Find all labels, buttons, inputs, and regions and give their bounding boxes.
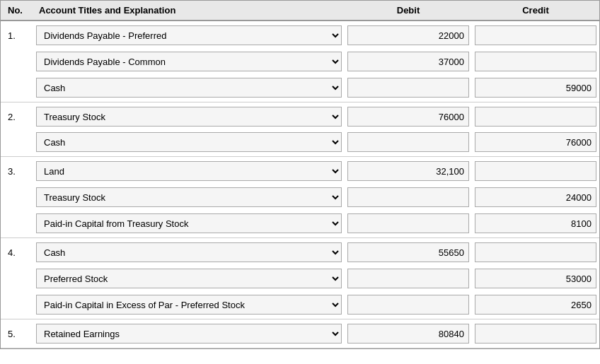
- credit-input[interactable]: [475, 269, 596, 288]
- debit-cell: [345, 107, 472, 127]
- credit-input[interactable]: [475, 242, 596, 262]
- credit-input[interactable]: [475, 161, 596, 181]
- account-select[interactable]: Land: [36, 161, 342, 181]
- table-row: 3.Land: [1, 157, 599, 184]
- account-cell: Treasury Stock: [36, 187, 345, 207]
- credit-input[interactable]: [475, 213, 596, 233]
- account-select[interactable]: Dividends Payable - Common: [36, 52, 342, 71]
- debit-input[interactable]: [347, 78, 469, 98]
- debit-input[interactable]: [347, 187, 469, 207]
- debit-input[interactable]: [347, 269, 469, 288]
- account-select[interactable]: Retained Earnings: [36, 324, 342, 344]
- debit-cell: [345, 242, 472, 262]
- credit-cell: [472, 269, 599, 288]
- header-debit: Debit: [345, 5, 472, 16]
- debit-cell: [345, 161, 472, 181]
- account-cell: Paid-in Capital in Excess of Par - Prefe…: [36, 295, 345, 315]
- entry-group-5: 5.Retained Earnings: [1, 319, 599, 348]
- entry-number-5: 5.: [1, 329, 36, 339]
- debit-cell: [345, 187, 472, 207]
- account-select[interactable]: Dividends Payable - Preferred: [36, 25, 342, 45]
- debit-input[interactable]: [347, 213, 469, 233]
- account-select[interactable]: Preferred Stock: [36, 269, 342, 288]
- account-select[interactable]: Cash: [36, 78, 342, 98]
- account-select[interactable]: Treasury Stock: [36, 107, 342, 127]
- credit-input[interactable]: [475, 295, 596, 315]
- account-select[interactable]: Cash: [36, 242, 342, 262]
- entry-number-2: 2.: [1, 112, 36, 122]
- debit-cell: [345, 324, 472, 344]
- credit-cell: [472, 213, 599, 233]
- account-cell: Cash: [36, 242, 345, 262]
- table-row: 2.Treasury Stock: [1, 102, 599, 129]
- entries-container: 1.Dividends Payable - PreferredDividends…: [1, 21, 599, 348]
- table-row: Cash: [1, 129, 599, 156]
- debit-cell: [345, 52, 472, 71]
- header-account: Account Titles and Explanation: [36, 5, 345, 16]
- debit-cell: [345, 132, 472, 152]
- debit-input[interactable]: [347, 242, 469, 262]
- credit-cell: [472, 324, 599, 344]
- entry-number-4: 4.: [1, 247, 36, 258]
- credit-input[interactable]: [475, 107, 596, 127]
- entry-number-3: 3.: [1, 166, 36, 177]
- debit-input[interactable]: [347, 161, 469, 181]
- header-no: No.: [1, 5, 36, 16]
- table-row: Treasury Stock: [1, 184, 599, 211]
- account-select[interactable]: Cash: [36, 132, 342, 152]
- credit-cell: [472, 161, 599, 181]
- table-row: 4.Cash: [1, 238, 599, 265]
- entry-group-2: 2.Treasury StockCash: [1, 102, 599, 157]
- account-select[interactable]: Paid-in Capital in Excess of Par - Prefe…: [36, 295, 342, 315]
- credit-cell: [472, 132, 599, 152]
- account-cell: Preferred Stock: [36, 269, 345, 288]
- credit-input[interactable]: [475, 52, 596, 71]
- debit-input[interactable]: [347, 132, 469, 152]
- account-cell: Land: [36, 161, 345, 181]
- table-row: 1.Dividends Payable - Preferred: [1, 21, 599, 48]
- credit-cell: [472, 242, 599, 262]
- table-row: Dividends Payable - Common: [1, 48, 599, 75]
- credit-cell: [472, 25, 599, 45]
- debit-cell: [345, 25, 472, 45]
- debit-input[interactable]: [347, 324, 469, 344]
- account-select[interactable]: Treasury Stock: [36, 187, 342, 207]
- table-row: Paid-in Capital from Treasury Stock: [1, 211, 599, 237]
- journal-table: No. Account Titles and Explanation Debit…: [0, 0, 600, 349]
- debit-cell: [345, 213, 472, 233]
- debit-cell: [345, 295, 472, 315]
- account-cell: Cash: [36, 132, 345, 152]
- entry-group-3: 3.LandTreasury StockPaid-in Capital from…: [1, 157, 599, 238]
- debit-cell: [345, 269, 472, 288]
- entry-group-1: 1.Dividends Payable - PreferredDividends…: [1, 21, 599, 102]
- table-row: 5.Retained Earnings: [1, 319, 599, 348]
- table-header: No. Account Titles and Explanation Debit…: [1, 1, 599, 21]
- account-cell: Cash: [36, 78, 345, 98]
- credit-input[interactable]: [475, 132, 596, 152]
- credit-input[interactable]: [475, 78, 596, 98]
- debit-input[interactable]: [347, 52, 469, 71]
- credit-input[interactable]: [475, 25, 596, 45]
- account-cell: Treasury Stock: [36, 107, 345, 127]
- entry-group-4: 4.CashPreferred StockPaid-in Capital in …: [1, 238, 599, 319]
- debit-input[interactable]: [347, 25, 469, 45]
- table-row: Paid-in Capital in Excess of Par - Prefe…: [1, 292, 599, 319]
- account-cell: Dividends Payable - Common: [36, 52, 345, 71]
- account-cell: Retained Earnings: [36, 324, 345, 344]
- credit-cell: [472, 107, 599, 127]
- debit-cell: [345, 78, 472, 98]
- account-cell: Paid-in Capital from Treasury Stock: [36, 213, 345, 233]
- credit-input[interactable]: [475, 187, 596, 207]
- credit-input[interactable]: [475, 324, 596, 344]
- header-credit: Credit: [472, 5, 599, 16]
- debit-input[interactable]: [347, 295, 469, 315]
- credit-cell: [472, 52, 599, 71]
- table-row: Preferred Stock: [1, 265, 599, 292]
- account-select[interactable]: Paid-in Capital from Treasury Stock: [36, 213, 342, 233]
- credit-cell: [472, 295, 599, 315]
- debit-input[interactable]: [347, 107, 469, 127]
- credit-cell: [472, 78, 599, 98]
- table-row: Cash: [1, 75, 599, 102]
- account-cell: Dividends Payable - Preferred: [36, 25, 345, 45]
- entry-number-1: 1.: [1, 30, 36, 41]
